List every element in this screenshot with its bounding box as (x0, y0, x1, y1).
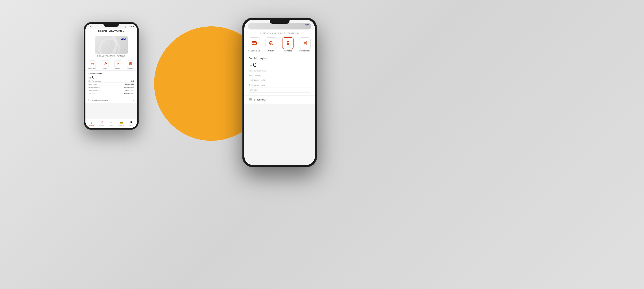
limit-kartu-value: Rp 50.000.000 (124, 86, 134, 88)
loan-on-card-icon (90, 62, 94, 65)
large-cicilan-icon-box (266, 37, 277, 49)
large-jumlah-title: Jumlah tagihan (249, 57, 310, 60)
info-row-total-pemakaian: Total Pemakaian Rp 7.533.310 (88, 89, 134, 92)
bottom-nav: ⌂ Beranda 📈 Investasi ↔ Transfer 💳 Bayar… (86, 119, 137, 128)
lainnya-icon: ⠿ (130, 121, 132, 124)
large-estatements-icon-box (299, 37, 311, 49)
large-sisa-label: Sisa limit (249, 89, 258, 91)
info-row-sisa-limit: Sisa limit Rp 42.466.690 (88, 92, 134, 95)
sisa-limit-label: Sisa limit (88, 93, 95, 94)
status-time: 12:41 (88, 25, 94, 28)
battery-icon: ▮ (133, 26, 134, 27)
large-transaction-link[interactable]: uh transaksi (244, 96, 315, 104)
estatements-icon (129, 62, 132, 65)
rp-prefix: Rp (88, 77, 91, 79)
jatuh-tempo-label: Jatuh Tempo (88, 83, 97, 85)
credit-card: VISA ✦ (95, 36, 128, 54)
transaction-icon (88, 99, 91, 101)
large-rp-prefix: Rp (249, 64, 252, 67)
large-cicilan-label: Cicilan (268, 50, 274, 52)
large-loan-label: Loan on Card (248, 50, 260, 52)
loan-on-card-label: Loan on Card (88, 68, 96, 69)
large-min-label: Min. pembayaran (249, 69, 266, 72)
info-row-limit-kartu: Limit kartu kredit Rp 50.000.000 (88, 86, 134, 89)
large-action-estatements[interactable]: eStatements (297, 37, 313, 52)
transaction-link[interactable]: Lihat seluruh transaksi › (86, 97, 137, 103)
large-loan-icon (252, 40, 257, 46)
large-cicilan-icon (268, 40, 274, 46)
large-transaction-text: uh transaksi (254, 98, 266, 101)
large-card-name: DIGIBANK VISA TRAVEL PLATINUM (244, 29, 315, 36)
action-estatements[interactable]: eStatements (127, 60, 134, 69)
transaction-link-text: Lihat seluruh transaksi (92, 99, 108, 101)
transfer-icon: ↔ (110, 121, 112, 124)
beranda-icon: ⌂ (90, 121, 92, 124)
large-action-cicilan[interactable]: Cicilan (264, 37, 279, 52)
large-loan-icon-box (248, 37, 260, 49)
svg-rect-11 (252, 41, 256, 45)
large-action-loan-on-card[interactable]: Loan on Card (246, 37, 262, 52)
large-divider-1 (248, 54, 311, 54)
large-card-pattern (248, 23, 311, 29)
bayar-beli-label: Bayar & Beli (118, 124, 124, 126)
card-star-icon: ✦ (110, 44, 112, 46)
large-rewards-icon-box (282, 37, 294, 49)
svg-rect-0 (91, 63, 94, 65)
large-info-row-total: Total pemakaian (249, 83, 310, 88)
jumlah-tagihan-value: Rp 0 (88, 75, 134, 80)
large-jumlah-value: Rp 0 (249, 61, 310, 68)
investasi-label: Investasi (99, 124, 104, 126)
large-info-row-min: Min. pembayaran (249, 68, 310, 73)
large-info-row-jatuh: Jatuh tempo (249, 73, 310, 78)
cicilan-icon (104, 62, 107, 65)
large-estatements-label: eStatements (299, 50, 310, 52)
nav-investasi[interactable]: 📈 Investasi (96, 121, 106, 126)
large-limit-label: Limit kartu kredit (249, 79, 265, 82)
nav-beranda[interactable]: ⌂ Beranda (86, 121, 96, 126)
large-jatuh-label: Jatuh tempo (249, 74, 261, 77)
phone-notch (104, 24, 119, 27)
app-title: DIGIBANK VISA TRAVEL... (98, 30, 124, 32)
cicilan-label: Cicilan (103, 68, 107, 69)
transaction-link-left: Lihat seluruh transaksi (88, 99, 108, 101)
nav-lainnya[interactable]: ⠿ Lainnya (126, 121, 136, 126)
total-pemakaian-label: Total Pemakaian (88, 89, 100, 91)
bayar-beli-icon: 💳 (120, 121, 123, 124)
svg-rect-5 (130, 62, 132, 65)
lainnya-label: Lainnya (129, 124, 133, 126)
action-rewards[interactable]: Rewards (114, 60, 121, 69)
transaction-arrow-icon: › (133, 99, 134, 101)
back-button[interactable]: ‹ (88, 29, 90, 32)
lte-icon: LTE (130, 26, 132, 27)
nav-transfer[interactable]: ↔ Transfer (106, 121, 116, 126)
large-info-row-limit: Limit kartu kredit (249, 78, 310, 83)
large-action-row: Loan on Card Cicilan (244, 36, 315, 54)
min-pembayaran-value: Rp 0 (130, 80, 134, 82)
svg-rect-9 (89, 99, 91, 101)
action-cicilan[interactable]: Cicilan (102, 60, 109, 69)
info-section: Jumlah Tagihan Rp 0 Min. Pembayaran Rp 0… (86, 71, 137, 97)
svg-rect-16 (303, 41, 307, 45)
action-row: Loan on Card Cicilan (86, 59, 137, 70)
phone-small: 12:41 ▌▌▌ LTE ▮ ‹ DIGIBANK VISA TRAVEL..… (84, 22, 139, 130)
large-card-partial: VISA (248, 23, 311, 29)
phone-large-screen: VISA DIGIBANK VISA TRAVEL PLATINUM Loan … (244, 20, 315, 165)
action-loan-on-card[interactable]: Loan on Card (88, 60, 96, 69)
signal-icon: ▌▌▌ (126, 26, 129, 27)
estatements-label: eStatements (127, 68, 134, 69)
large-info-row-sisa: Sisa limit (249, 88, 310, 93)
svg-rect-20 (249, 98, 252, 101)
large-action-rewards[interactable]: Rewards (280, 37, 296, 52)
info-row-min-pembayaran: Min. Pembayaran Rp 0 (88, 80, 134, 83)
rewards-label: Rewards (115, 68, 120, 69)
info-row-jatuh-tempo: Jatuh Tempo 27 Aug 2020 (88, 83, 134, 86)
large-transaction-icon (249, 98, 252, 101)
app-header: ‹ DIGIBANK VISA TRAVEL... (86, 28, 137, 33)
large-rewards-icon (285, 40, 291, 46)
large-visa-logo: VISA (304, 24, 309, 26)
rewards-icon-box (114, 60, 121, 67)
large-total-label: Total pemakaian (249, 84, 265, 86)
svg-point-14 (270, 41, 273, 45)
nav-bayar-beli[interactable]: 💳 Bayar & Beli (116, 121, 126, 126)
visa-logo: VISA (121, 37, 126, 40)
